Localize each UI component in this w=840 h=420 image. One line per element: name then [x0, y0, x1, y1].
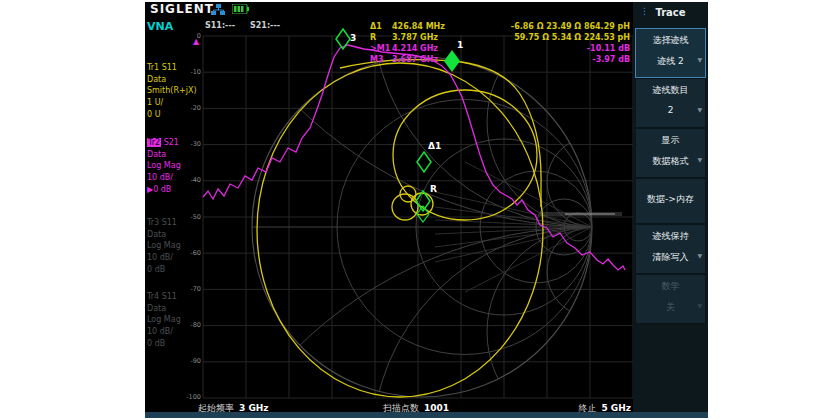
app-title: VNA	[147, 20, 173, 33]
trace3-info[interactable]: Tr3 S11 Data Log Mag 10 dB/ 0 dB	[147, 217, 181, 276]
battery-icon	[232, 4, 249, 14]
trace2-active-badge: Tr2	[147, 138, 161, 147]
marker-r-label: R	[430, 184, 437, 194]
db-tick: -90	[171, 357, 201, 365]
db-tick: -60	[171, 249, 201, 257]
s11-status[interactable]: S11:---	[205, 21, 235, 30]
marker-readout-row: >M1 4.214 GHz -10.11 dB	[370, 44, 630, 54]
db-tick: 0	[171, 32, 201, 40]
chevron-down-icon[interactable]: ▼	[697, 156, 702, 163]
marker-3-diamond	[336, 29, 350, 49]
db-tick: -100	[171, 393, 201, 401]
bottom-status-strip	[145, 412, 708, 418]
vna-screen: SIGLENT VNA Tr1 S11 Data Smith(R+jX) 1 U…	[145, 2, 708, 418]
chevron-down-icon[interactable]: ▼	[697, 56, 702, 63]
marker-3-label: 3	[350, 33, 356, 43]
brand-logo: SIGLENT	[150, 2, 214, 16]
screenshot-canvas: SIGLENT VNA Tr1 S11 Data Smith(R+jX) 1 U…	[0, 0, 840, 420]
marker-readout-row: Δ1 426.84 MHz -6.86 Ω 23.49 Ω 864.29 pH	[370, 22, 630, 32]
menu-trace-hold[interactable]: 迹线保持 清除写入 ▼	[635, 224, 706, 274]
db-tick: -40	[171, 176, 201, 184]
trace-s11-smith	[257, 60, 543, 397]
chevron-down-icon[interactable]: ▼	[697, 252, 702, 259]
db-tick: -80	[171, 321, 201, 329]
menu-title: Trace	[633, 7, 708, 18]
menu-select-trace[interactable]: 选择迹线 迹线 2 ▼	[635, 28, 706, 78]
marker-1-label: 1	[457, 40, 463, 50]
db-tick: -70	[171, 285, 201, 293]
db-tick: -30	[171, 140, 201, 148]
marker-readout-row: M3 3.687 GHz -3.97 dB	[370, 55, 630, 65]
db-tick: -20	[171, 104, 201, 112]
menu-display-format[interactable]: 显示 数据格式 ▼	[635, 128, 706, 178]
lan-icon	[211, 4, 225, 15]
marker-delta1-label: Δ1	[428, 141, 441, 151]
chevron-down-icon: ▼	[697, 302, 702, 309]
s21-status[interactable]: S21:---	[250, 21, 280, 30]
db-tick: -50	[171, 213, 201, 221]
marker-readout-row: R 3.787 GHz 59.75 Ω 5.34 Ω 224.53 pH	[370, 33, 630, 43]
menu-math: 数学 关 ▼	[635, 274, 706, 324]
trace-menu-panel: ⋮ Trace 选择迹线 迹线 2 ▼ 迹线数目 2 ▼ 显示 数据格式 ▼ 数…	[633, 2, 708, 412]
menu-trace-count[interactable]: 迹线数目 2 ▼	[635, 78, 706, 128]
chevron-down-icon[interactable]: ▼	[697, 106, 702, 113]
menu-data-to-memory[interactable]: 数据->内存	[635, 178, 706, 224]
db-tick: -10	[171, 68, 201, 76]
